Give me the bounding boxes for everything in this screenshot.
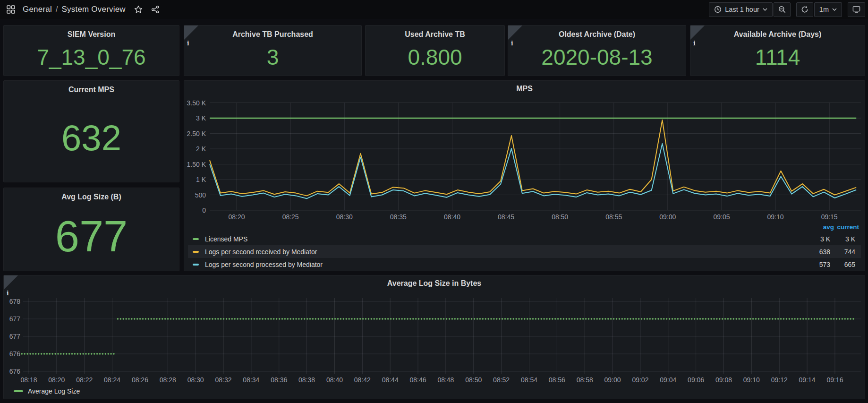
zoom-out-button[interactable] xyxy=(774,2,791,17)
panel-title[interactable]: SIEM Version xyxy=(68,30,115,39)
panel-info-corner[interactable]: i xyxy=(690,26,705,40)
svg-text:08:52: 08:52 xyxy=(493,376,510,384)
svg-text:09:10: 09:10 xyxy=(767,213,784,221)
svg-text:08:55: 08:55 xyxy=(605,213,622,221)
series-color-dash xyxy=(193,251,199,253)
mps-chart-plot[interactable]: 05001 K1.50 K2 K2.50 K3 K3.50 K08:2008:2… xyxy=(184,81,866,221)
time-range-picker-button[interactable]: Last 1 hour xyxy=(709,2,773,17)
share-icon[interactable] xyxy=(150,4,161,15)
panel-current-mps: Current MPS 632 xyxy=(3,80,179,182)
series-color-dash xyxy=(193,238,199,240)
series-label[interactable]: Logs per second received by Mediator xyxy=(205,248,317,256)
panel-title[interactable]: Archive TB Purchased xyxy=(232,30,313,39)
svg-text:08:38: 08:38 xyxy=(298,376,315,384)
refresh-icon xyxy=(801,6,808,13)
legend-row-received: Logs per second received by Mediator 638… xyxy=(188,245,861,258)
refresh-button[interactable] xyxy=(796,2,813,17)
svg-text:08:50: 08:50 xyxy=(552,213,568,221)
svg-text:08:30: 08:30 xyxy=(187,376,204,384)
stat-value: 3 xyxy=(267,39,279,76)
stat-value: 632 xyxy=(61,94,121,182)
svg-text:1 K: 1 K xyxy=(196,176,206,183)
svg-text:3.50 K: 3.50 K xyxy=(187,99,206,107)
tv-mode-button[interactable] xyxy=(848,2,865,17)
svg-text:677: 677 xyxy=(9,315,21,323)
avg-log-grid xyxy=(23,298,861,374)
panel-title[interactable]: Used Archive TB xyxy=(405,30,465,39)
series-avg-value: 573 xyxy=(819,261,830,268)
series-label[interactable]: Average Log Size xyxy=(28,387,80,395)
panel-archive-tb-purchased: i Archive TB Purchased 3 xyxy=(184,25,362,76)
chevron-down-icon xyxy=(832,8,837,11)
series-label[interactable]: Licensed MPS xyxy=(205,235,247,243)
svg-text:09:02: 09:02 xyxy=(632,376,648,384)
svg-text:08:48: 08:48 xyxy=(437,376,454,384)
svg-text:08:36: 08:36 xyxy=(271,376,287,384)
refresh-interval-label: 1m xyxy=(819,6,829,13)
svg-text:676: 676 xyxy=(9,368,21,375)
series-avg-value: 638 xyxy=(819,248,830,256)
info-icon: i xyxy=(187,41,189,46)
breadcrumb-dashboard-title[interactable]: System Overview xyxy=(62,5,126,14)
svg-text:08:56: 08:56 xyxy=(549,376,565,384)
stat-value: 0.800 xyxy=(408,39,462,76)
svg-text:677: 677 xyxy=(9,333,21,340)
stat-value: 1114 xyxy=(755,39,800,76)
dashboard-grid-icon[interactable] xyxy=(6,4,16,15)
chevron-down-icon xyxy=(763,8,767,11)
svg-text:08:26: 08:26 xyxy=(132,376,148,384)
svg-text:09:16: 09:16 xyxy=(826,376,843,384)
monitor-icon xyxy=(852,6,860,13)
svg-text:08:30: 08:30 xyxy=(336,213,353,221)
series-avg-value: 3 K xyxy=(820,235,830,243)
svg-text:08:20: 08:20 xyxy=(229,213,245,221)
star-icon[interactable] xyxy=(133,4,144,15)
avg-log-size-legend: Average Log Size xyxy=(14,387,80,395)
panel-info-corner[interactable]: i xyxy=(508,26,522,40)
breadcrumb-folder[interactable]: General xyxy=(23,5,52,14)
svg-text:08:25: 08:25 xyxy=(282,213,299,221)
panel-oldest-archive-date: i Oldest Archive (Date) 2020-08-13 xyxy=(508,25,686,76)
stat-value: 7_13_0_76 xyxy=(37,39,145,76)
series-label[interactable]: Logs per second processed by Mediator xyxy=(205,261,323,268)
svg-text:08:22: 08:22 xyxy=(76,376,93,384)
panel-title[interactable]: Avg Log Size (B) xyxy=(61,193,121,201)
svg-text:09:14: 09:14 xyxy=(799,376,816,384)
svg-text:2.50 K: 2.50 K xyxy=(187,130,206,137)
series-color-dash xyxy=(14,390,23,392)
panel-title[interactable]: Oldest Archive (Date) xyxy=(559,30,635,39)
refresh-interval-dropdown[interactable]: 1m xyxy=(814,2,842,17)
svg-text:08:45: 08:45 xyxy=(498,213,514,221)
top-navbar: General / System Overview Last 1 hour xyxy=(0,0,868,19)
panel-title[interactable]: Available Archive (Days) xyxy=(734,30,822,39)
svg-text:08:18: 08:18 xyxy=(20,376,37,384)
panel-average-log-size-chart: i Average Log Size in Bytes 678677677676… xyxy=(3,275,865,399)
avg-log-axes: 67867767767667608:1808:2008:2208:2408:26… xyxy=(9,298,843,384)
svg-text:08:28: 08:28 xyxy=(160,376,176,384)
legend-header-current[interactable]: current xyxy=(837,223,859,231)
svg-text:08:34: 08:34 xyxy=(243,376,259,384)
legend-row-licensed-mps: Licensed MPS 3 K 3 K xyxy=(188,232,861,245)
svg-text:09:15: 09:15 xyxy=(821,213,838,221)
stat-value: 2020-08-13 xyxy=(541,39,652,76)
legend-row-processed: Logs per second processed by Mediator 57… xyxy=(188,258,861,271)
svg-text:09:12: 09:12 xyxy=(771,376,788,384)
series-color-dash xyxy=(193,264,199,266)
panel-available-archive-days: i Available Archive (Days) 1114 xyxy=(690,25,865,76)
svg-text:09:05: 09:05 xyxy=(713,213,730,221)
panel-title[interactable]: Current MPS xyxy=(68,86,114,94)
svg-text:09:04: 09:04 xyxy=(660,376,676,384)
svg-text:08:54: 08:54 xyxy=(521,376,537,384)
legend-header-avg[interactable]: avg xyxy=(823,223,834,231)
info-icon: i xyxy=(693,41,696,46)
panel-used-archive-tb: Used Archive TB 0.800 xyxy=(365,25,505,76)
mps-grid xyxy=(210,103,861,211)
svg-text:08:20: 08:20 xyxy=(48,376,65,384)
stat-value: 677 xyxy=(55,201,128,271)
svg-text:3 K: 3 K xyxy=(196,114,206,122)
avg-log-size-chart-plot[interactable]: 67867767767667608:1808:2008:2208:2408:26… xyxy=(4,275,866,385)
mps-axes: 05001 K1.50 K2 K2.50 K3 K3.50 K08:2008:2… xyxy=(187,99,838,221)
mps-series-1 xyxy=(210,120,856,196)
panel-info-corner[interactable]: i xyxy=(184,26,198,40)
svg-text:08:40: 08:40 xyxy=(326,376,343,384)
